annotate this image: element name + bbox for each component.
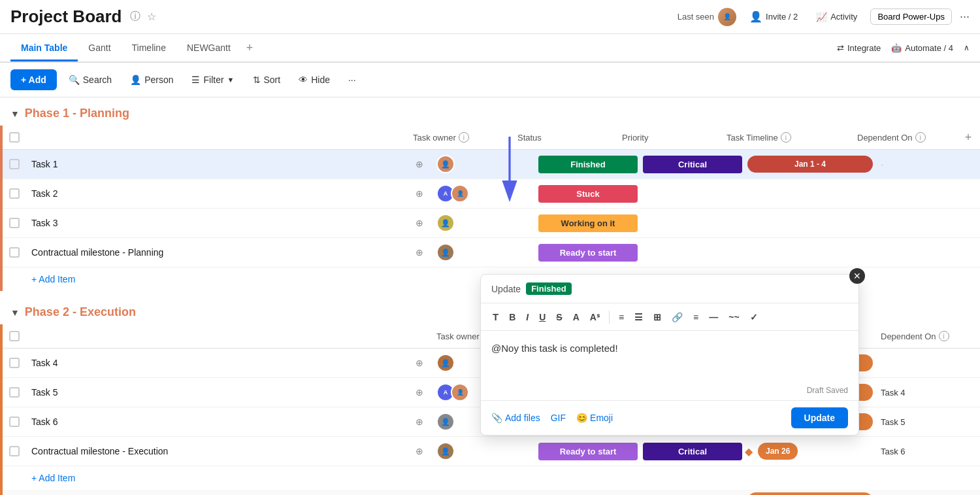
row-select-checkbox[interactable] [9, 417, 20, 427]
header-add-column[interactable]: + [956, 131, 980, 145]
format-size-button[interactable]: Aˢ [586, 309, 604, 325]
person-button[interactable]: 👤 Person [123, 71, 180, 89]
info-icon[interactable]: ⓘ [129, 9, 142, 25]
task-add-icon[interactable]: ⊕ [408, 358, 431, 368]
collapse-button[interactable]: ∧ [964, 43, 970, 52]
tab-timeline[interactable]: Timeline [122, 36, 176, 61]
task-add-icon[interactable]: ⊕ [408, 417, 431, 427]
phase1-collapse-icon[interactable]: ▼ [10, 109, 20, 119]
format-check-button[interactable]: ✓ [746, 309, 762, 325]
avatar: 👤 [436, 442, 455, 460]
emoji-button[interactable]: 😊 Emoji [576, 413, 613, 423]
tab-gantt[interactable]: Gantt [78, 36, 121, 61]
format-color-button[interactable]: A [569, 309, 583, 325]
filter-button[interactable]: ☰ Filter ▼ [185, 71, 240, 89]
task-add-icon[interactable]: ⊕ [408, 218, 431, 228]
task-name: Task 4 [26, 350, 408, 376]
format-align-button[interactable]: ≡ [689, 309, 702, 325]
row-select-checkbox[interactable] [9, 188, 20, 199]
row-select-checkbox[interactable] [9, 159, 20, 169]
format-link-button[interactable]: 🔗 [668, 309, 687, 325]
format-strikethrough-button[interactable]: S [552, 309, 566, 325]
sort-button[interactable]: ⇅ Sort [246, 71, 287, 89]
add-files-button[interactable]: 📎 Add files [491, 413, 540, 423]
search-button[interactable]: 🔍 Search [62, 71, 118, 89]
task-status-cell[interactable]: Ready to start [536, 440, 640, 463]
phase2-add-item[interactable]: + Add Item [3, 466, 980, 490]
dependent-info-icon-p2[interactable]: i [939, 331, 949, 341]
task-priority-cell[interactable]: Critical [640, 153, 745, 176]
header-task-owner: Task owner i [408, 126, 512, 149]
tab-add-button[interactable]: + [241, 35, 259, 61]
task-timeline-info-icon[interactable]: i [781, 132, 791, 143]
status-badge[interactable]: Ready to start [538, 244, 638, 262]
task-add-icon[interactable]: ⊕ [408, 387, 431, 398]
activity-button[interactable]: 📈 Activity [811, 9, 862, 25]
phase2-collapse-icon[interactable]: ▼ [10, 307, 20, 318]
task-add-icon[interactable]: ⊕ [408, 159, 431, 169]
task-owner-cell: A 👤 [431, 179, 536, 208]
automate-button[interactable]: 🤖 Automate / 4 [891, 43, 953, 53]
star-icon[interactable]: ☆ [146, 9, 157, 24]
close-popup-button[interactable]: ✕ [849, 268, 865, 284]
phase1-table-wrapper: Task owner i Status Priority Task Timeli… [0, 126, 980, 291]
task-dependent-cell: Task 5 [875, 412, 980, 432]
task-priority-cell[interactable]: Critical [640, 440, 745, 463]
tab-newgantt[interactable]: NEWGantt [176, 36, 241, 61]
invite-button[interactable]: 👤 Invite / 2 [744, 8, 803, 26]
status-badge[interactable]: Ready to start [538, 443, 638, 460]
tab-main-table[interactable]: Main Table [10, 36, 78, 61]
more-options-button[interactable]: ··· [960, 10, 970, 24]
status-badge[interactable]: Finished [538, 156, 638, 173]
header-dependent-on: Dependent On i [852, 126, 956, 149]
format-ol-button[interactable]: ≡ [615, 309, 628, 325]
task-status-cell[interactable]: Finished [536, 153, 640, 176]
select-all-checkbox-p2[interactable] [9, 331, 20, 341]
task-owner-info-icon[interactable]: i [459, 132, 469, 143]
status-badge[interactable]: Working on it [538, 214, 638, 232]
row-select-checkbox[interactable] [9, 387, 20, 398]
row-select-checkbox[interactable] [9, 218, 20, 228]
summary-timeline-badge: Jan 15 - 26 [747, 492, 873, 495]
task-status-cell[interactable]: Stuck [536, 182, 640, 205]
board-power-ups-button[interactable]: Board Power-Ups [870, 9, 952, 25]
sort-icon: ⇅ [253, 75, 261, 85]
more-toolbar-button[interactable]: ··· [342, 71, 363, 89]
gif-button[interactable]: GIF [551, 413, 566, 423]
select-all-checkbox[interactable] [9, 132, 20, 143]
main-content: ▼ Phase 1 - Planning Task owner i Stat [0, 97, 980, 495]
task-add-icon[interactable]: ⊕ [408, 247, 431, 258]
priority-badge[interactable]: Critical [643, 443, 742, 460]
hide-button[interactable]: 👁 Hide [292, 71, 336, 89]
format-strike2-button[interactable]: ~~ [725, 309, 743, 325]
phase2-title: Phase 2 - Execution [25, 305, 136, 319]
task-add-icon[interactable]: ⊕ [408, 188, 431, 199]
row-select-checkbox[interactable] [9, 358, 20, 368]
row-select-checkbox[interactable] [9, 446, 20, 456]
integrate-button[interactable]: ⇄ Integrate [837, 43, 881, 53]
popup-editor[interactable]: @Noy this task is completed! [481, 331, 858, 383]
update-submit-button[interactable]: Update [791, 407, 848, 428]
format-italic-button[interactable]: I [522, 309, 532, 325]
priority-badge[interactable]: Critical [643, 156, 742, 173]
task-name: Task 6 [26, 409, 408, 435]
format-hr-button[interactable]: — [705, 309, 722, 325]
format-table-button[interactable]: ⊞ [649, 309, 665, 325]
format-underline-button[interactable]: U [535, 309, 549, 325]
add-button[interactable]: + Add [10, 69, 57, 90]
format-text-button[interactable]: T [489, 309, 502, 325]
dependent-on-info-icon[interactable]: i [915, 132, 926, 143]
format-ul-button[interactable]: ☰ [630, 309, 647, 325]
header-status: Status [512, 126, 617, 149]
task-status-cell[interactable]: Working on it [536, 212, 640, 235]
task-dependent-cell: - [875, 154, 980, 175]
avatar: 👤 [718, 8, 736, 26]
task-add-icon[interactable]: ⊕ [408, 446, 431, 456]
format-bold-button[interactable]: B [505, 309, 519, 325]
status-badge[interactable]: Stuck [538, 185, 638, 203]
header-task [26, 131, 384, 144]
task-status-cell[interactable]: Ready to start [536, 241, 640, 264]
tab-right-actions: ⇄ Integrate 🤖 Automate / 4 ∧ [837, 43, 970, 53]
last-seen: Last seen 👤 [678, 8, 736, 26]
row-select-checkbox[interactable] [9, 247, 20, 258]
